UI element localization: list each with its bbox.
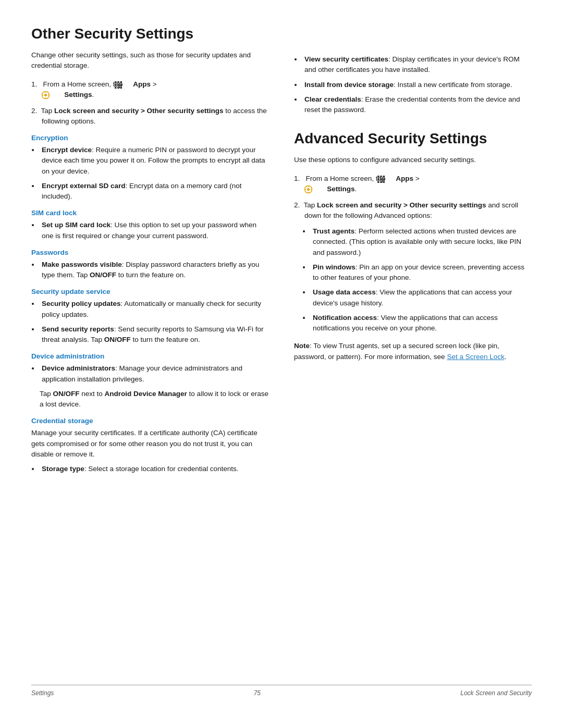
svg-rect-5 [120, 84, 123, 86]
section-passwords: Passwords Make passwords visible: Displa… [31, 249, 269, 281]
advanced-section: Advanced Security Settings Use these opt… [294, 130, 532, 362]
columns: Other Security Settings Change other sec… [31, 25, 532, 668]
svg-point-25 [307, 188, 310, 191]
apps-icon-right [388, 176, 395, 183]
left-steps: 1. From a Home screen, tap [31, 79, 269, 127]
section-sim: SIM card lock Set up SIM card lock: Use … [31, 209, 269, 241]
page-number: 75 [254, 689, 261, 697]
security-update-bullets: Security policy updates: Automatically o… [40, 299, 269, 345]
policy-updates-item: Security policy updates: Automatically o… [40, 299, 269, 320]
clear-credentials-item: Clear credentials: Erase the credential … [302, 94, 532, 116]
usage-data-item: Usage data access: View the applications… [311, 287, 532, 309]
pin-windows-item: Pin windows: Pin an app on your device s… [311, 262, 532, 283]
svg-rect-16 [381, 176, 383, 178]
device-admins-item: Device administrators: Manage your devic… [40, 363, 269, 385]
svg-rect-6 [115, 87, 117, 89]
svg-rect-15 [377, 176, 380, 178]
advanced-intro: Use these options to configure advanced … [294, 155, 532, 165]
settings-icon-right [315, 186, 323, 193]
note-text: Note: To view Trust agents, set up a sec… [294, 341, 532, 362]
svg-rect-23 [383, 181, 385, 183]
svg-rect-2 [120, 81, 123, 83]
left-step2: 2. Tap Lock screen and security > Other … [31, 106, 269, 127]
svg-rect-19 [381, 178, 383, 180]
svg-rect-20 [383, 178, 385, 180]
sim-bullets: Set up SIM card lock: Use this option to… [40, 220, 269, 241]
svg-rect-17 [383, 176, 385, 178]
passwords-header: Passwords [31, 249, 269, 256]
device-admin-subtext: Tap ON/OFF next to Android Device Manage… [31, 389, 269, 410]
passwords-bullets: Make passwords visible: Display password… [40, 260, 269, 281]
svg-rect-0 [115, 81, 117, 83]
install-storage-item: Install from device storage: Install a n… [302, 80, 532, 90]
section-encryption: Encryption Encrypt device: Require a num… [31, 134, 269, 202]
passwords-visible-item: Make passwords visible: Display password… [40, 260, 269, 281]
left-intro: Change other security settings, such as … [31, 50, 269, 71]
notification-access-item: Notification access: View the applicatio… [311, 313, 532, 334]
credential-intro: Manage your security certificates. If a … [31, 428, 269, 460]
credential-bullets: Storage type: Select a storage location … [40, 464, 269, 474]
left-column: Other Security Settings Change other sec… [31, 25, 269, 668]
right-column: View security certificates: Display cert… [294, 25, 532, 668]
advanced-title: Advanced Security Settings [294, 130, 532, 147]
svg-rect-4 [118, 84, 120, 86]
send-reports-item: Send security reports: Send security rep… [40, 324, 269, 346]
svg-rect-7 [118, 87, 120, 89]
svg-rect-18 [377, 178, 380, 180]
page: Other Security Settings Change other sec… [0, 0, 563, 728]
footer-left: Settings [31, 689, 54, 697]
security-update-header: Security update service [31, 288, 269, 295]
sim-header: SIM card lock [31, 209, 269, 217]
section-device-admin: Device administration Device administrat… [31, 352, 269, 410]
encrypt-device-item: Encrypt device: Require a numeric PIN or… [40, 145, 269, 177]
section-security-update: Security update service Security policy … [31, 288, 269, 345]
left-title: Other Security Settings [31, 25, 269, 43]
footer-right: Lock Screen and Security [460, 689, 532, 697]
right-credential-bullets: View security certificates: Display cert… [302, 54, 532, 115]
svg-rect-1 [118, 81, 120, 83]
screen-lock-link[interactable]: Set a Screen Lock [447, 353, 504, 361]
svg-rect-3 [115, 84, 117, 86]
footer: Settings 75 Lock Screen and Security [31, 685, 532, 697]
apps-icon [125, 81, 132, 89]
advanced-step1: 1. From a Home screen, tap [294, 174, 532, 195]
device-admin-bullets: Device administrators: Manage your devic… [40, 363, 269, 385]
encryption-header: Encryption [31, 134, 269, 142]
advanced-bullets: Trust agents: Perform selected actions w… [311, 226, 532, 334]
svg-point-10 [44, 94, 47, 96]
advanced-step2: 2. Tap Lock screen and security > Other … [294, 200, 532, 221]
svg-rect-8 [120, 87, 123, 89]
encryption-bullets: Encrypt device: Require a numeric PIN or… [40, 145, 269, 202]
settings-icon-left [52, 91, 60, 99]
left-step1: 1. From a Home screen, tap [31, 79, 269, 101]
svg-rect-21 [377, 181, 380, 183]
encrypt-sd-item: Encrypt external SD card: Encrypt data o… [40, 181, 269, 202]
trust-agents-item: Trust agents: Perform selected actions w… [311, 226, 532, 258]
sim-lock-item: Set up SIM card lock: Use this option to… [40, 220, 269, 241]
svg-rect-22 [381, 181, 383, 183]
device-admin-header: Device administration [31, 352, 269, 360]
section-credential: Credential storage Manage your security … [31, 417, 269, 474]
credential-header: Credential storage [31, 417, 269, 425]
advanced-steps: 1. From a Home screen, tap [294, 174, 532, 221]
view-certs-item: View security certificates: Display cert… [302, 54, 532, 76]
storage-type-item: Storage type: Select a storage location … [40, 464, 269, 474]
